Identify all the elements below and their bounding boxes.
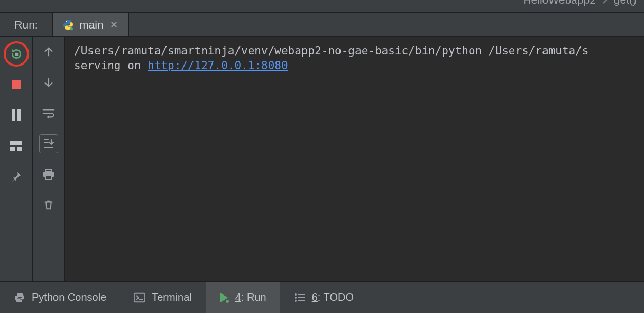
console-output[interactable]: /Users/ramuta/smartninja/venv/webapp2-no… <box>65 37 644 281</box>
python-icon <box>14 292 25 303</box>
layout-icon <box>10 141 22 151</box>
terminal-icon <box>134 292 145 303</box>
rerun-button[interactable] <box>4 41 29 67</box>
layout-button[interactable] <box>7 136 26 155</box>
tab-terminal[interactable]: Terminal <box>120 282 206 313</box>
console-line: /Users/ramuta/smartninja/venv/webapp2-no… <box>74 43 634 58</box>
soft-wrap-icon <box>42 107 56 119</box>
svg-point-11 <box>295 300 297 302</box>
close-icon[interactable]: ✕ <box>109 19 119 31</box>
svg-point-0 <box>66 21 67 22</box>
tab-run[interactable]: 4: Run <box>206 282 280 313</box>
run-tool-header: Run: main ✕ <box>0 13 644 37</box>
tab-label: Python Console <box>32 291 106 303</box>
console-link[interactable]: http://127.0.0.1:8080 <box>148 59 288 72</box>
tab-python-console[interactable]: Python Console <box>0 282 120 313</box>
breadcrumb-class[interactable]: HelloWebapp2 <box>523 0 595 6</box>
console-line: serving on http://127.0.0.1:8080 <box>74 58 634 73</box>
svg-point-10 <box>295 297 297 299</box>
svg-rect-6 <box>45 175 52 179</box>
breadcrumb[interactable]: HelloWebapp2 get() <box>523 0 644 6</box>
pin-icon <box>11 171 22 182</box>
print-button[interactable] <box>39 165 58 184</box>
highlight-ring <box>4 41 29 67</box>
breadcrumb-method[interactable]: get() <box>614 0 637 6</box>
bottom-tool-tabs: Python Console Terminal 4: Run 6: T <box>0 281 644 313</box>
arrow-up-icon <box>43 45 54 58</box>
svg-rect-7 <box>134 293 145 302</box>
console-text: serving on <box>74 59 148 72</box>
svg-point-2 <box>70 27 73 30</box>
chevron-right-icon <box>602 0 608 4</box>
stop-icon <box>12 80 21 89</box>
run-tab-label: main <box>79 19 104 31</box>
tab-label: Terminal <box>152 291 192 303</box>
console-actions-toolbar <box>33 37 65 281</box>
tab-label: 6: TODO <box>312 291 354 303</box>
tab-todo[interactable]: 6: TODO <box>280 282 367 313</box>
down-button[interactable] <box>39 73 58 92</box>
svg-point-9 <box>295 293 297 296</box>
play-icon <box>219 292 229 303</box>
trash-icon <box>43 199 54 211</box>
scroll-to-end-icon <box>42 138 55 150</box>
pause-button[interactable] <box>7 106 26 125</box>
svg-point-8 <box>226 300 229 303</box>
python-file-icon <box>62 19 74 31</box>
arrow-down-icon <box>43 76 54 89</box>
run-tab-main[interactable]: main ✕ <box>53 13 129 36</box>
run-actions-toolbar <box>0 37 33 281</box>
stop-button[interactable] <box>7 75 26 94</box>
scroll-to-end-button[interactable] <box>39 134 58 153</box>
print-icon <box>42 169 55 180</box>
tab-label: 4: Run <box>235 291 266 303</box>
pin-button[interactable] <box>7 167 26 186</box>
up-button[interactable] <box>39 42 58 61</box>
run-tool-title: Run: <box>0 13 53 36</box>
soft-wrap-button[interactable] <box>39 104 58 123</box>
list-icon <box>294 293 306 302</box>
clear-all-button[interactable] <box>39 196 58 215</box>
pause-icon <box>12 109 21 121</box>
svg-rect-4 <box>45 169 52 172</box>
breadcrumb-bar: HelloWebapp2 get() <box>0 0 644 13</box>
